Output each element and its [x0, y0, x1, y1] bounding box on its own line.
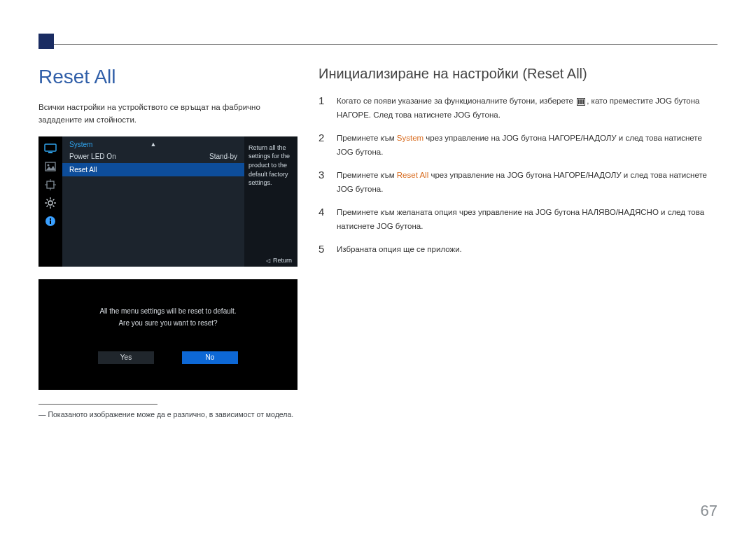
info-icon	[43, 215, 57, 227]
left-description: Всички настройки на устройството се връщ…	[38, 101, 298, 127]
osd-row: Power LED On Stand-by	[62, 150, 244, 163]
header-rule	[38, 28, 718, 45]
osd-icon-strip	[38, 136, 62, 267]
osd-help-pane: Return all the settings for the product …	[244, 136, 298, 267]
osd-row-value: Stand-by	[209, 153, 237, 160]
dialog-buttons: Yes No	[98, 351, 238, 364]
step-item: 2 Преминете към System чрез управление н…	[318, 132, 718, 159]
gear-icon	[43, 197, 57, 209]
osd-row-label: Power LED On	[69, 153, 116, 160]
osd-return: ◁Return	[266, 257, 292, 264]
svg-rect-1	[48, 152, 52, 153]
svg-rect-19	[50, 220, 51, 224]
left-title: Reset All	[38, 66, 298, 88]
step-text: Избраната опция ще се приложи.	[337, 243, 462, 257]
step-item: 5 Избраната опция ще се приложи.	[318, 243, 718, 257]
header-bar	[38, 34, 54, 49]
up-arrow-icon: ▲	[150, 141, 157, 148]
svg-rect-0	[45, 144, 56, 151]
footnote: ― Показаното изображение може да е разли…	[38, 410, 298, 419]
step-number: 4	[318, 206, 327, 233]
svg-rect-4	[47, 181, 54, 188]
monitor-icon	[43, 142, 57, 155]
step-number: 2	[318, 132, 327, 159]
step-item: 1 Когато се появи указание за функционал…	[318, 94, 718, 122]
no-button: No	[182, 351, 238, 364]
reset-dialog: All the menu settings will be reset to d…	[38, 279, 298, 390]
step-text: Когато се появи указание за функционални…	[337, 94, 718, 122]
step-text-pre: Преминете към	[337, 171, 397, 179]
svg-point-9	[48, 201, 52, 205]
dialog-line2: Are you sure you want to reset?	[118, 319, 217, 327]
step-text-pre: Преминете към	[337, 134, 397, 142]
step-text: Преминете към System чрез управление на …	[337, 132, 718, 159]
menu-icon	[577, 98, 585, 106]
osd-row-label: Reset All	[69, 166, 97, 174]
dialog-line1: All the menu settings will be reset to d…	[99, 307, 236, 315]
step-item: 3 Преминете към Reset All чрез управлени…	[318, 169, 718, 196]
page-number: 67	[701, 502, 718, 520]
osd-list: System ▲ Power LED On Stand-by Reset All	[62, 136, 244, 267]
steps-list: 1 Когато се появи указание за функционал…	[318, 94, 718, 257]
step-number: 3	[318, 169, 327, 196]
yes-button: Yes	[98, 351, 154, 364]
osd-row-selected: Reset All	[62, 163, 244, 176]
back-triangle-icon: ◁	[266, 258, 270, 264]
keyword-reset-all: Reset All	[397, 171, 428, 179]
keyword-system: System	[397, 134, 424, 142]
step-text: Преминете към Reset All чрез управление …	[337, 169, 718, 196]
osd-return-label: Return	[273, 257, 292, 264]
step-number: 1	[318, 94, 327, 122]
svg-point-3	[48, 164, 50, 166]
osd-category-label: System	[69, 141, 92, 148]
footnote-rule	[38, 404, 158, 405]
right-title: Инициализиране на настройки (Reset All)	[318, 66, 718, 82]
osd-menu: System ▲ Power LED On Stand-by Reset All…	[38, 136, 298, 267]
step-item: 4 Преминете към желаната опция чрез упра…	[318, 206, 718, 233]
svg-line-14	[47, 199, 48, 200]
svg-rect-20	[50, 218, 51, 220]
step-text-pre: Когато се появи указание за функционални…	[337, 97, 575, 105]
step-number: 5	[318, 243, 327, 257]
picture-icon	[43, 160, 57, 173]
osd-category: System ▲	[62, 136, 244, 150]
target-icon	[43, 178, 57, 191]
svg-line-16	[47, 205, 48, 206]
svg-line-17	[53, 199, 55, 200]
svg-line-15	[53, 205, 55, 206]
step-text: Преминете към желаната опция чрез управл…	[337, 206, 718, 233]
